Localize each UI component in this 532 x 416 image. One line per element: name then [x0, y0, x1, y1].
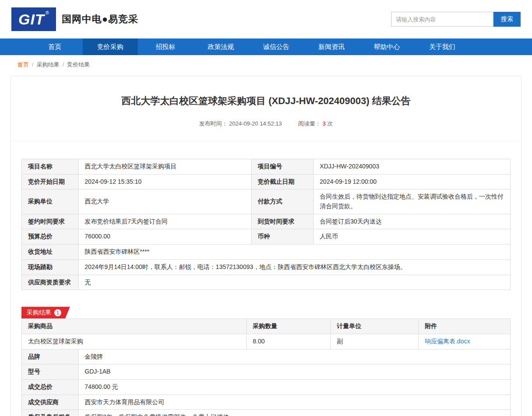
result-count-badge: 1 [54, 309, 61, 316]
search-bar: 搜索 [391, 12, 521, 27]
table-row: 签约时间要求 发布竞价结果后7天内签订合同 到货时间要求 合同签订后30天内送达 [22, 214, 511, 229]
field-value: 人民币 [313, 229, 510, 245]
field-label: 成交供应商 [22, 395, 79, 410]
column-header: 采购商品 [22, 319, 247, 334]
column-header: 附件 [418, 319, 510, 334]
table-row: 现场踏勘 2024年9月14日14:00时，联系人：郝锐，电话：13572130… [22, 259, 511, 275]
breadcrumb: 首页/采购结果/竞价结果 [0, 55, 532, 74]
table-row: 成交供应商 西安市天力体育用品有限公司 [22, 395, 511, 410]
field-value: GDJ-1AB [78, 364, 510, 380]
main-nav: 首页 竞价采购 招投标 政策法规 诚信公告 新闻资讯 帮助中心 关于我们 [0, 38, 532, 55]
publish-time-label: 发布时间： [199, 120, 228, 127]
result-section-header: 采购结果 1 [21, 307, 511, 318]
field-label: 付款方式 [251, 189, 313, 214]
main-nav-items: 首页 竞价采购 招投标 政策法规 诚信公告 新闻资讯 帮助中心 关于我们 [27, 38, 470, 55]
field-label: 型号 [22, 364, 79, 380]
table-row: 采购单位 西北大学 付款方式 合同生效后，待货物到达指定地点、安装调试验收合格后… [22, 189, 511, 214]
purchase-result-badge: 采购结果 1 [21, 307, 70, 318]
table-row: 成交总价 74800.00 元 [22, 379, 511, 395]
field-value: 陕西省西安市碑林区**** [78, 245, 510, 260]
item-unit: 副 [330, 334, 418, 349]
table-row: 型号 GDJ-1AB [22, 364, 511, 380]
table-header-row: 采购商品 采购数量 计量单位 附件 [22, 319, 511, 334]
tables-area: 项目名称 西北大学太白校区篮球架采购项目 项目编号 XDJJ-HW-202409… [11, 141, 521, 416]
field-value: 西北大学 [78, 189, 251, 214]
breadcrumb-bidding-results: 竞价结果 [67, 61, 90, 68]
field-value: 合同生效后，待货物到达指定地点、安装调试验收合格后，一次性付清合同货款。 [313, 189, 510, 214]
search-button[interactable]: 搜索 [494, 12, 521, 27]
field-label: 质保及售后服务 [22, 410, 79, 416]
item-name: 太白校区篮球架采购 [22, 334, 247, 349]
field-label: 币种 [251, 229, 313, 245]
purchase-result-label: 采购结果 [27, 307, 51, 318]
nav-item-policy[interactable]: 政策法规 [193, 38, 249, 55]
field-value: 2024-09-19 12:00:00 [313, 174, 510, 189]
top-header: GIT ® 国网中电●易竞采 搜索 [0, 0, 532, 38]
page-title: 西北大学太白校区篮球架采购项目 (XDJJ-HW-202409003) 结果公告 [28, 94, 504, 108]
field-label: 项目名称 [22, 159, 79, 175]
breadcrumb-separator: / [32, 61, 34, 68]
field-value: 西安市天力体育用品有限公司 [78, 395, 510, 410]
field-label: 现场踏勘 [22, 259, 79, 275]
field-label: 成交总价 [22, 379, 79, 395]
field-value: 2024年9月14日14:00时，联系人：郝锐，电话：13572130093，地… [78, 259, 510, 275]
field-value: 发布竞价结果后7天内签订合同 [78, 214, 251, 229]
views-label: 阅读量： [298, 120, 321, 127]
table-row: 项目名称 西北大学太白校区篮球架采购项目 项目编号 XDJJ-HW-202409… [22, 159, 511, 175]
field-label: 采购单位 [22, 189, 79, 214]
table-row: 收货地址 陕西省西安市碑林区**** [22, 245, 511, 260]
nav-item-integrity-notice[interactable]: 诚信公告 [248, 38, 304, 55]
views-count: 3 [322, 120, 326, 127]
field-value: 西北大学太白校区篮球架采购项目 [78, 159, 251, 175]
field-value: 2024-09-12 15:35:10 [78, 174, 251, 189]
field-label: 竞价开始日期 [22, 174, 79, 189]
field-label: 项目编号 [251, 159, 313, 175]
logo-text: GIT [18, 7, 45, 31]
nav-item-bidding-purchase[interactable]: 竞价采购 [83, 38, 138, 55]
field-label: 竞价截止日期 [251, 174, 313, 189]
table-row: 质保及售后服务 质保期3年，质保期内免费提供零部件、免费上门维修。 [22, 410, 511, 416]
registered-mark-icon: ® [46, 10, 49, 15]
nav-item-help-center[interactable]: 帮助中心 [359, 38, 415, 55]
site-brand-name: 国网中电●易竞采 [62, 13, 138, 26]
budget-total-value: 76000.00 [78, 229, 251, 245]
purchase-result-table: 采购商品 采购数量 计量单位 附件 太白校区篮球架采购 8.00 副 响应偏离表… [21, 318, 511, 416]
nav-item-home[interactable]: 首页 [27, 38, 83, 55]
field-value: 合同签订后30天内送达 [313, 214, 510, 229]
column-header: 计量单位 [330, 319, 418, 334]
views-unit: 次 [327, 120, 333, 127]
field-value: 金陵牌 [78, 349, 510, 364]
announcement-header: 西北大学太白校区篮球架采购项目 (XDJJ-HW-202409003) 结果公告… [11, 76, 521, 141]
field-label: 到货时间要求 [251, 214, 313, 229]
field-label: 预算总价 [22, 229, 79, 245]
table-row: 品牌 金陵牌 [22, 349, 511, 364]
deal-total-price: 74800.00 元 [78, 379, 510, 395]
field-value: 质保期3年，质保期内免费提供零部件、免费上门维修。 [78, 410, 510, 416]
field-label: 品牌 [22, 349, 79, 364]
announcement-meta: 发布时间： 2024-09-20 14:52:13 阅读量： 3 次 [28, 120, 504, 128]
nav-item-tender[interactable]: 招投标 [138, 38, 193, 55]
breadcrumb-purchase-results[interactable]: 采购结果 [37, 61, 60, 68]
site-logo[interactable]: GIT ® [11, 7, 56, 31]
column-header: 采购数量 [246, 319, 330, 334]
table-row: 预算总价 76000.00 币种 人民币 [22, 229, 511, 245]
item-quantity: 8.00 [246, 334, 330, 349]
field-label: 收货地址 [22, 245, 79, 260]
field-value: 无 [78, 275, 510, 290]
announcement-card: 西北大学太白校区篮球架采购项目 (XDJJ-HW-202409003) 结果公告… [10, 76, 522, 416]
table-row: 供应商资质要求 无 [22, 275, 511, 290]
breadcrumb-home[interactable]: 首页 [18, 61, 29, 68]
search-input[interactable] [391, 12, 494, 27]
nav-item-about-us[interactable]: 关于我们 [415, 38, 470, 55]
project-info-table: 项目名称 西北大学太白校区篮球架采购项目 项目编号 XDJJ-HW-202409… [21, 159, 511, 290]
field-value: XDJJ-HW-202409003 [313, 159, 510, 175]
field-label: 供应商资质要求 [22, 275, 79, 290]
table-row: 太白校区篮球架采购 8.00 副 响应偏离表.docx [22, 334, 511, 349]
field-label: 签约时间要求 [22, 214, 79, 229]
breadcrumb-separator: / [63, 61, 64, 68]
table-row: 竞价开始日期 2024-09-12 15:35:10 竞价截止日期 2024-0… [22, 174, 511, 189]
publish-time-value: 2024-09-20 14:52:13 [229, 120, 282, 127]
nav-item-news[interactable]: 新闻资讯 [304, 38, 360, 55]
attachment-link[interactable]: 响应偏离表.docx [425, 338, 470, 345]
